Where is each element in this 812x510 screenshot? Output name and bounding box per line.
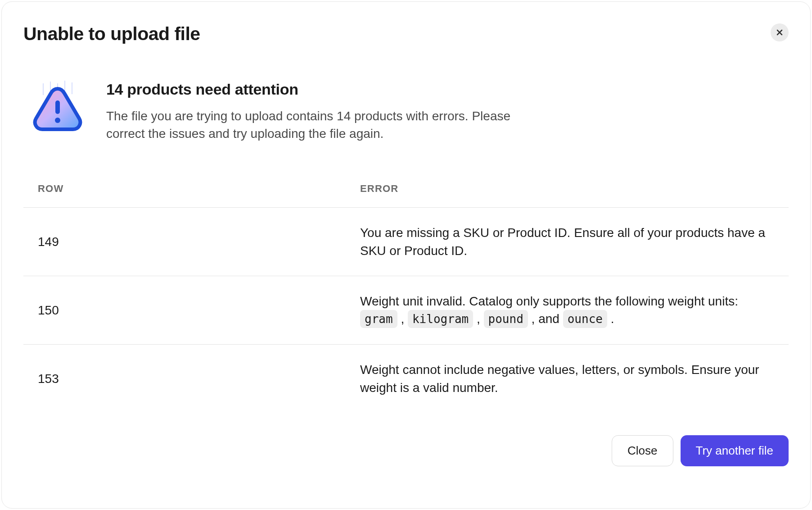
table-row: 150Weight unit invalid. Catalog only sup…: [23, 276, 789, 345]
close-button[interactable]: [771, 23, 789, 41]
modal-header: Unable to upload file: [23, 23, 789, 45]
error-text-fragment: ,: [397, 312, 408, 326]
error-message: You are missing a SKU or Product ID. Ens…: [360, 208, 789, 276]
header-error: ERROR: [360, 183, 789, 208]
error-text-fragment: Weight cannot include negative values, l…: [360, 363, 759, 394]
alert-heading: 14 products need attention: [106, 81, 529, 98]
error-text-fragment: .: [607, 312, 614, 326]
errors-table: ROW ERROR 149You are missing a SKU or Pr…: [23, 183, 789, 412]
error-message: Weight cannot include negative values, l…: [360, 345, 789, 413]
error-text-fragment: You are missing a SKU or Product ID. Ens…: [360, 226, 765, 257]
svg-rect-7: [55, 100, 60, 114]
alert-text: 14 products need attention The file you …: [106, 81, 529, 142]
warning-icon: [31, 81, 85, 135]
table-row: 149You are missing a SKU or Product ID. …: [23, 208, 789, 276]
errors-table-body: 149You are missing a SKU or Product ID. …: [23, 208, 789, 413]
close-icon: [776, 29, 783, 36]
alert-body: The file you are trying to upload contai…: [106, 107, 529, 142]
code-chip: kilogram: [408, 310, 473, 328]
code-chip: gram: [360, 310, 397, 328]
try-another-file-button[interactable]: Try another file: [681, 435, 789, 466]
row-number: 150: [23, 276, 360, 345]
code-chip: pound: [484, 310, 528, 328]
modal-footer: Close Try another file: [23, 435, 789, 466]
error-text-fragment: , and: [528, 312, 563, 326]
row-number: 153: [23, 345, 360, 413]
table-row: 153Weight cannot include negative values…: [23, 345, 789, 413]
modal-title: Unable to upload file: [23, 23, 200, 45]
alert-section: 14 products need attention The file you …: [23, 81, 789, 142]
error-text-fragment: ,: [473, 312, 483, 326]
header-row: ROW: [23, 183, 360, 208]
close-footer-button[interactable]: Close: [612, 435, 673, 466]
upload-error-modal: Unable to upload file: [1, 1, 811, 509]
error-message: Weight unit invalid. Catalog only suppor…: [360, 276, 789, 345]
error-text-fragment: Weight unit invalid. Catalog only suppor…: [360, 294, 738, 308]
svg-point-8: [55, 118, 60, 123]
code-chip: ounce: [563, 310, 607, 328]
row-number: 149: [23, 208, 360, 276]
